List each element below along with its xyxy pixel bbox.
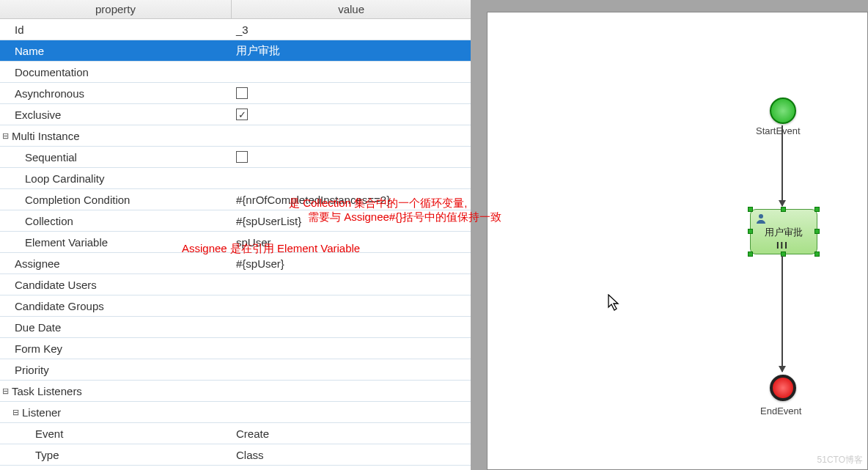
tree-toggle-icon[interactable]: ⊟	[10, 408, 21, 417]
tree-toggle-icon[interactable]: ⊟	[0, 131, 10, 141]
property-value[interactable]: 用户审批	[232, 40, 471, 61]
property-value[interactable]: _3	[232, 19, 471, 40]
property-label: Task Listeners	[10, 385, 82, 397]
tree-toggle-icon[interactable]: ⊟	[0, 386, 10, 396]
property-grid[interactable]: Id_3Name用户审批DocumentationAsynchronousExc…	[0, 19, 471, 470]
table-row[interactable]: Candidate Groups	[0, 295, 471, 317]
table-row[interactable]: Name用户审批	[0, 40, 471, 62]
property-label: Priority	[13, 364, 49, 376]
table-row[interactable]: Candidate Users	[0, 274, 471, 295]
property-value[interactable]: Class	[232, 444, 471, 465]
property-value[interactable]	[232, 359, 471, 380]
property-label: Asynchronous	[13, 87, 84, 100]
property-value[interactable]	[232, 295, 471, 316]
table-row[interactable]: Element VariablespUser	[0, 232, 471, 253]
property-value[interactable]	[232, 381, 471, 401]
table-row[interactable]: Id_3	[0, 19, 471, 40]
table-row[interactable]: Due Date	[0, 317, 471, 338]
property-label: Loop Cardinality	[23, 172, 104, 185]
col-value[interactable]: value	[232, 0, 471, 18]
table-row[interactable]: Assignee#{spUser}	[0, 253, 471, 274]
property-value[interactable]: #{spUser}	[232, 253, 471, 273]
property-label: Event	[34, 427, 63, 440]
property-value[interactable]: ✓	[232, 104, 471, 125]
table-row[interactable]: ⊟Task Listeners	[0, 381, 471, 402]
property-value[interactable]: #{nrOfCompletedInstances==2}	[232, 189, 471, 210]
resize-handle[interactable]	[814, 251, 820, 257]
watermark: 51CTO博客	[817, 454, 863, 466]
table-row[interactable]: Priority	[0, 359, 471, 381]
property-value[interactable]: spUser	[232, 232, 471, 252]
start-event-label: StartEvent	[756, 125, 801, 136]
resize-handle[interactable]	[814, 207, 820, 212]
svg-point-0	[759, 214, 763, 219]
table-row[interactable]: Documentation	[0, 62, 471, 83]
property-label: Assignee	[13, 257, 60, 270]
property-value[interactable]	[232, 317, 471, 337]
table-row[interactable]: Asynchronous	[0, 83, 471, 104]
cursor-icon	[608, 294, 622, 313]
property-label: Id	[13, 23, 24, 36]
property-label: Due Date	[13, 321, 61, 334]
checkbox[interactable]	[236, 151, 248, 163]
table-row[interactable]: Completion Condition#{nrOfCompletedInsta…	[0, 189, 471, 210]
table-row[interactable]: TypeClass	[0, 444, 471, 466]
table-row[interactable]: ⊟Listener	[0, 402, 471, 423]
property-label: Completion Condition	[23, 194, 130, 206]
table-row[interactable]: Sequential	[0, 147, 471, 168]
property-panel: property value Id_3Name用户审批Documentation…	[0, 0, 471, 470]
table-row[interactable]: Collection#{spUserList}	[0, 210, 471, 232]
table-row[interactable]: EventCreate	[0, 423, 471, 444]
end-event-node[interactable]	[770, 375, 796, 401]
checkbox[interactable]: ✓	[236, 109, 248, 120]
property-label: Form Key	[13, 342, 62, 355]
property-value[interactable]	[232, 83, 471, 103]
property-value[interactable]	[232, 402, 471, 422]
diagram-canvas[interactable]: StartEvent 用户审批 III EndEvent 51CTO博客	[487, 12, 868, 470]
checkbox[interactable]	[236, 87, 248, 99]
property-label: Candidate Groups	[13, 300, 104, 312]
table-header: property value	[0, 0, 471, 19]
user-icon	[755, 213, 767, 224]
multi-instance-icon: III	[776, 240, 789, 251]
property-value[interactable]: Create	[232, 423, 471, 444]
property-label: Type	[34, 449, 59, 461]
user-task-node[interactable]: 用户审批 III	[750, 209, 817, 254]
resize-handle[interactable]	[748, 207, 753, 212]
resize-handle[interactable]	[781, 207, 786, 212]
col-property[interactable]: property	[0, 0, 232, 18]
property-value[interactable]: #{spUserList}	[232, 210, 471, 231]
property-label: Sequential	[23, 151, 77, 164]
end-event-label: EndEvent	[760, 405, 801, 416]
property-label: Candidate Users	[13, 279, 97, 291]
task-label: 用户审批	[751, 226, 817, 239]
table-row[interactable]: Exclusive✓	[0, 104, 471, 125]
property-value[interactable]	[232, 338, 471, 359]
sequence-flow-2[interactable]	[781, 256, 783, 372]
property-label: Collection	[23, 215, 73, 227]
property-value[interactable]	[232, 147, 471, 167]
property-value[interactable]	[232, 274, 471, 295]
resize-handle[interactable]	[748, 229, 753, 234]
property-label: Documentation	[13, 66, 89, 78]
resize-handle[interactable]	[814, 229, 820, 234]
property-label: Multi Instance	[10, 130, 80, 142]
property-label: Exclusive	[13, 109, 61, 121]
diagram-pane: StartEvent 用户审批 III EndEvent 51CTO博客 是 C…	[475, 0, 868, 470]
property-label: Listener	[21, 406, 61, 419]
start-event-node[interactable]	[770, 98, 796, 124]
table-row[interactable]: Loop Cardinality	[0, 168, 471, 189]
property-value[interactable]	[232, 168, 471, 188]
table-row[interactable]: Form Key	[0, 338, 471, 359]
resize-handle[interactable]	[748, 251, 753, 257]
property-label: Element Variable	[23, 236, 108, 249]
property-value[interactable]	[232, 62, 471, 82]
property-label: Name	[13, 45, 44, 57]
property-value[interactable]	[232, 125, 471, 146]
table-row[interactable]: ⊟Multi Instance	[0, 125, 471, 147]
sequence-flow-1[interactable]	[781, 125, 783, 206]
